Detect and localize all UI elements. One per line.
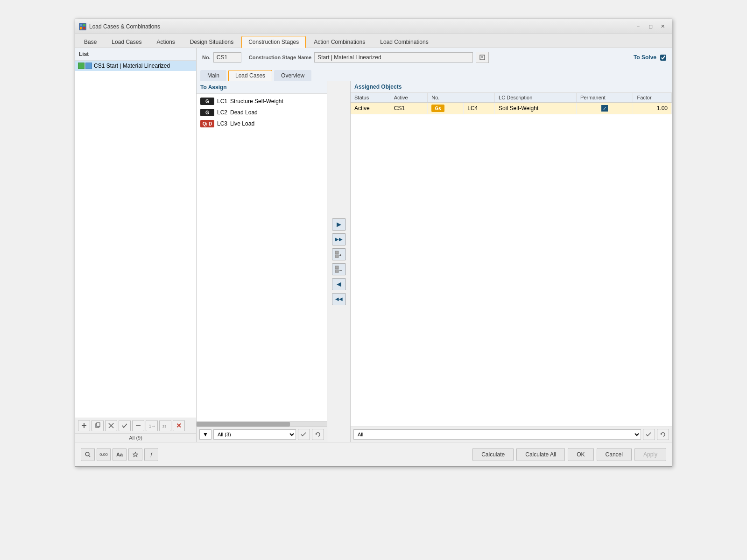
svg-rect-17 <box>335 255 338 258</box>
to-assign-panel: To Assign G LC1 Structure Self-Weight G … <box>197 81 327 442</box>
star-icon-btn[interactable] <box>128 448 142 461</box>
apply-button[interactable]: Apply <box>634 448 666 461</box>
add-factor-btn[interactable] <box>332 248 346 260</box>
delete-btn[interactable] <box>105 420 117 431</box>
table-row[interactable]: Active CS1 Gs LC4 Soil Self-Weight ✓ <box>351 103 672 114</box>
search-icon-btn[interactable] <box>81 448 95 461</box>
sub-tab-load-cases[interactable]: Load Cases <box>228 70 272 81</box>
col-factor: Factor <box>633 93 672 103</box>
window-title: Load Cases & Combinations <box>89 23 160 30</box>
svg-rect-16 <box>335 251 338 254</box>
text-icon-btn[interactable]: Aa <box>113 448 127 461</box>
filter-button[interactable]: ▼ <box>199 429 211 440</box>
svg-line-24 <box>89 455 90 457</box>
lc3-name: Live Load <box>230 120 254 127</box>
calculate-button[interactable]: Calculate <box>472 448 514 461</box>
lc2-number: LC2 <box>217 109 227 116</box>
assign-item-lc3[interactable]: Qi D LC3 Live Load <box>197 118 327 129</box>
tab-base[interactable]: Base <box>77 36 104 48</box>
right-arrow-icon: ▶ <box>337 221 341 228</box>
sort-btn[interactable]: 2↕ <box>159 420 171 431</box>
refresh-assigned-btn[interactable] <box>657 429 669 440</box>
name-input[interactable] <box>314 52 473 63</box>
tab-design-situations[interactable]: Design Situations <box>183 36 240 48</box>
sub-tab-main[interactable]: Main <box>200 70 226 81</box>
left-panel: List CS1 Start | Material Linearized <box>75 48 197 442</box>
check-assigned-btn[interactable] <box>643 429 655 440</box>
col-permanent: Permanent <box>577 93 633 103</box>
lc1-number: LC1 <box>217 98 227 105</box>
list-item-icons <box>78 63 92 69</box>
svg-rect-5 <box>84 423 85 428</box>
lc1-name: Structure Self-Weight <box>230 98 283 105</box>
value-icon-btn[interactable]: 0.00 <box>97 448 111 461</box>
to-solve-checkbox[interactable] <box>660 55 666 61</box>
svg-text:1→: 1→ <box>149 424 155 428</box>
assign-selected-btn[interactable]: ▶ <box>332 218 346 231</box>
sub-tab-overview[interactable]: Overview <box>274 70 311 81</box>
renumber-btn[interactable]: 1→ <box>146 420 158 431</box>
list-footer-count: All (9) <box>75 433 196 442</box>
no-input[interactable] <box>213 52 241 63</box>
tab-actions[interactable]: Actions <box>149 36 182 48</box>
assigned-filter-select[interactable]: All <box>353 429 641 440</box>
col-status: Status <box>351 93 390 103</box>
list-header: List <box>75 48 196 61</box>
cell-lc-desc: Soil Self-Weight <box>495 103 577 114</box>
assign-item-lc1[interactable]: G LC1 Structure Self-Weight <box>197 96 327 107</box>
no-field-group: No. <box>202 52 241 63</box>
cell-permanent: ✓ <box>577 103 633 114</box>
cancel-button[interactable]: Cancel <box>597 448 632 461</box>
cell-lc-no: LC4 <box>464 103 495 114</box>
tab-load-cases[interactable]: Load Cases <box>105 36 148 48</box>
close-button[interactable]: ✕ <box>657 21 668 32</box>
assigned-table: Status Active No. LC Description Permane… <box>351 93 672 114</box>
uncheck-all-btn[interactable] <box>132 420 144 431</box>
check-visible-btn[interactable] <box>298 429 310 440</box>
clear-btn[interactable]: ✕ <box>173 420 185 431</box>
formula-icon-btn[interactable]: ƒ <box>144 448 158 461</box>
to-assign-footer: ▼ All (3) <box>197 427 327 442</box>
assign-item-lc2[interactable]: G LC2 Dead Load <box>197 107 327 118</box>
tab-construction-stages[interactable]: Construction Stages <box>241 36 306 48</box>
tab-load-combinations[interactable]: Load Combinations <box>373 36 435 48</box>
col-active: Active <box>390 93 427 103</box>
to-assign-scrollbar[interactable] <box>197 421 327 427</box>
add-factor-icon <box>334 250 344 259</box>
to-solve-section: To Solve <box>634 54 666 61</box>
left-toolbar: 1→ 2↕ ✕ <box>75 418 196 433</box>
list-item[interactable]: CS1 Start | Material Linearized <box>75 61 196 71</box>
edit-name-button[interactable] <box>476 52 489 63</box>
copy-btn[interactable] <box>92 420 104 431</box>
svg-rect-2 <box>80 27 82 29</box>
cell-factor: 1.00 <box>633 103 672 114</box>
assign-all-btn[interactable]: ▶▶ <box>332 233 346 245</box>
filter-select[interactable]: All (3) <box>213 429 296 440</box>
tab-action-combinations[interactable]: Action Combinations <box>307 36 372 48</box>
title-bar: Load Cases & Combinations − ◻ ✕ <box>75 19 672 34</box>
remove-selected-btn[interactable]: ◀ <box>332 278 346 290</box>
lc3-number: LC3 <box>217 120 227 127</box>
add-btn[interactable] <box>78 420 90 431</box>
to-assign-header: To Assign <box>197 81 327 94</box>
maximize-button[interactable]: ◻ <box>645 21 656 32</box>
window-controls: − ◻ ✕ <box>633 21 668 32</box>
left-arrow-icon: ◀ <box>337 280 341 287</box>
double-right-arrow-icon: ▶▶ <box>335 237 343 242</box>
permanent-checkbox[interactable]: ✓ <box>601 105 608 112</box>
ok-button[interactable]: OK <box>568 448 593 461</box>
double-left-arrow-icon: ◀◀ <box>335 296 343 301</box>
content-area: To Assign G LC1 Structure Self-Weight G … <box>197 81 672 442</box>
check-all-btn[interactable] <box>119 420 131 431</box>
refresh-btn[interactable] <box>312 429 324 440</box>
bottom-left-icons: 0.00 Aa ƒ <box>81 448 470 461</box>
minimize-button[interactable]: − <box>633 21 644 32</box>
sub-tab-bar: Main Load Cases Overview <box>197 67 672 81</box>
transfer-panel: ▶ ▶▶ ◀ ◀◀ <box>327 81 351 442</box>
main-tab-bar: Base Load Cases Actions Design Situation… <box>75 34 672 48</box>
edit-factor-btn[interactable] <box>332 263 346 275</box>
remove-all-btn[interactable]: ◀◀ <box>332 293 346 305</box>
calculate-all-button[interactable]: Calculate All <box>516 448 565 461</box>
name-field-group: Construction Stage Name <box>249 52 489 63</box>
list-item-label: CS1 Start | Material Linearized <box>94 63 170 69</box>
